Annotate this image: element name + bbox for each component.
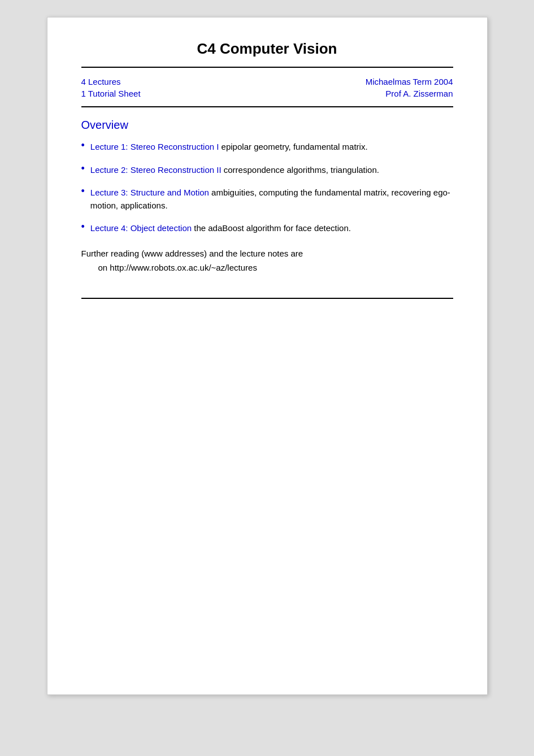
divider <box>81 106 453 107</box>
further-reading-line2: on http://www.robots.ox.ac.uk/~az/lectur… <box>98 260 453 275</box>
lectures-count: 4 Lectures <box>81 77 141 86</box>
lecture-desc: the adaBoost algorithm for face detectio… <box>192 223 351 233</box>
list-item: • Lecture 2: Stereo Reconstruction II co… <box>81 164 453 177</box>
bullet-icon: • <box>81 163 85 175</box>
meta-row: 4 Lectures 1 Tutorial Sheet Michaelmas T… <box>81 77 453 98</box>
page-title: C4 Computer Vision <box>81 40 453 68</box>
lecture-desc: epipolar geometry, fundamental matrix. <box>219 142 367 151</box>
lecture-title: Lecture 2: Stereo Reconstruction II <box>90 165 222 175</box>
lecture-content: Lecture 3: Structure and Motion ambiguit… <box>90 186 453 212</box>
lecture-content: Lecture 4: Object detection the adaBoost… <box>90 222 351 235</box>
lecture-content: Lecture 1: Stereo Reconstruction I epipo… <box>90 141 368 154</box>
lecture-title: Lecture 1: Stereo Reconstruction I <box>90 142 219 151</box>
lecture-title: Lecture 4: Object detection <box>90 223 192 233</box>
list-item: • Lecture 3: Structure and Motion ambigu… <box>81 186 453 212</box>
lecture-title: Lecture 3: Structure and Motion <box>90 188 209 197</box>
further-reading: Further reading (www addresses) and the … <box>81 246 453 275</box>
meta-right: Michaelmas Term 2004 Prof A. Zisserman <box>366 77 453 98</box>
tutorial-count: 1 Tutorial Sheet <box>81 89 141 98</box>
further-reading-line1: Further reading (www addresses) and the … <box>81 249 303 258</box>
bullet-icon: • <box>81 140 85 151</box>
bullet-icon: • <box>81 221 85 233</box>
bottom-divider <box>81 298 453 299</box>
prof-label: Prof A. Zisserman <box>385 89 453 98</box>
lecture-list: • Lecture 1: Stereo Reconstruction I epi… <box>81 141 453 235</box>
list-item: • Lecture 1: Stereo Reconstruction I epi… <box>81 141 453 154</box>
overview-heading: Overview <box>81 119 453 132</box>
meta-left: 4 Lectures 1 Tutorial Sheet <box>81 77 141 98</box>
bullet-icon: • <box>81 185 85 197</box>
list-item: • Lecture 4: Object detection the adaBoo… <box>81 222 453 235</box>
lecture-desc: correspondence algorithms, triangulation… <box>222 165 379 175</box>
page: C4 Computer Vision 4 Lectures 1 Tutorial… <box>47 17 488 695</box>
lecture-content: Lecture 2: Stereo Reconstruction II corr… <box>90 164 379 177</box>
term-label: Michaelmas Term 2004 <box>366 77 453 86</box>
